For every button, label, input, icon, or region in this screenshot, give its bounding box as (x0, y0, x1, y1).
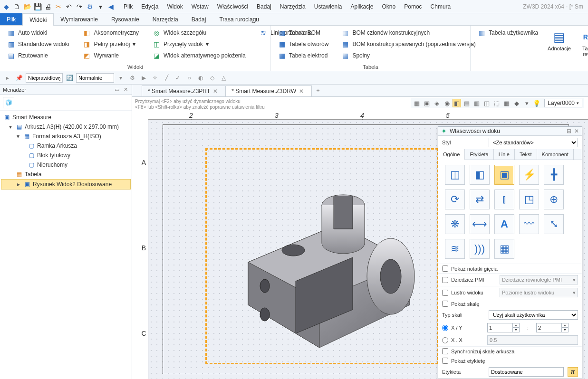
menu-widok[interactable]: Widok (163, 1, 186, 12)
close-icon[interactable]: ✕ (122, 86, 129, 93)
cmd-tabela-elektrod[interactable]: ▦Tabela elektrod (276, 50, 330, 61)
tb-icon[interactable]: ✓ (173, 73, 183, 83)
mode-icon[interactable]: A (494, 214, 514, 234)
mode-icon[interactable]: ⫿ (494, 190, 514, 209)
ribbon-tab-widoki[interactable]: Widoki (22, 13, 54, 26)
mt-icon[interactable]: ▾ (522, 99, 531, 107)
mode-icon[interactable]: 〰 (519, 214, 539, 234)
cmd-przyciety[interactable]: ◫Przycięty widok ▾ (150, 39, 248, 49)
mode-hidden[interactable]: ◧ (470, 165, 490, 185)
tree-view-icon[interactable]: 🧊 (3, 97, 14, 108)
app-icon[interactable]: ◆ (2, 2, 10, 11)
mt-icon[interactable]: ⬚ (492, 99, 501, 107)
cmd-tabela-bom[interactable]: ▦Tabela BOM (276, 28, 330, 38)
menu-wlasciwosci[interactable]: Właściwości (213, 1, 252, 12)
dropdown-icon[interactable]: ▾ (96, 2, 105, 11)
tree-tabela[interactable]: ▦Tabela (1, 170, 131, 179)
spin-down[interactable]: ▼ (562, 328, 569, 332)
mode-icon[interactable]: ⊕ (544, 190, 564, 209)
mode-icon[interactable]: ❋ (445, 214, 465, 234)
mode-wireframe[interactable]: ◫ (445, 165, 465, 185)
pin-icon[interactable]: ⊟ (567, 128, 571, 134)
chk-mirror[interactable]: Lustro widokuPoziome lustro widoku▾ (438, 286, 582, 299)
back-icon[interactable]: ◀ (106, 2, 115, 11)
tree-child[interactable]: ▢Nieruchomy (1, 160, 131, 170)
mode-icon[interactable]: ⟷ (470, 214, 490, 234)
chk-sync-scale[interactable]: Synchronizuj skalę arkusza (438, 346, 582, 356)
tb-icon[interactable]: ▶ (139, 73, 148, 83)
layer-selector[interactable]: Layer0000▾ (544, 99, 582, 107)
tb-icon[interactable]: ⚙ (127, 73, 137, 83)
mode-shaded-edges[interactable]: ⚡ (519, 165, 539, 185)
props-tab-tekst[interactable]: Tekst (515, 149, 537, 160)
ribbon-tab-wymiarowanie[interactable]: Wymiarowanie (54, 13, 105, 25)
mode-icon[interactable]: ≋ (445, 239, 465, 259)
mode-icon[interactable]: ◳ (519, 190, 539, 209)
redo-icon[interactable]: ↷ (75, 2, 84, 11)
bulb-icon[interactable]: 💡 (532, 99, 541, 107)
menu-okno[interactable]: Okno (378, 1, 400, 12)
tb-icon[interactable]: ╱ (162, 73, 171, 83)
tree-selected[interactable]: ▸▣Rysunek Widok2 Dostosowane (1, 179, 131, 190)
collapse-icon[interactable]: ▭ (114, 86, 120, 93)
tree-root[interactable]: ▣Smart Measure (1, 113, 131, 122)
tb-icon[interactable]: ✧ (150, 73, 160, 83)
chk-bend-notes[interactable]: Pokaż notatki gięcia (438, 264, 582, 273)
open-icon[interactable]: 📂 (23, 2, 31, 11)
menu-narzedzia[interactable]: Narzędzia (276, 1, 309, 12)
props-tab-linie[interactable]: Linie (494, 149, 515, 160)
refresh-icon[interactable]: 🔄 (65, 73, 74, 83)
doc-tab-prt[interactable]: * Smart Measure.Z3PRT✕ (142, 85, 226, 96)
cmd-adnotacje[interactable]: ▤Adnotacje (544, 28, 575, 53)
cmd-rzutowanie[interactable]: ▤Rzutowanie (5, 50, 71, 61)
cmd-auto-widoki[interactable]: ▦Auto widoki (5, 28, 71, 38)
cmd-spoiny[interactable]: ▦Spoiny (339, 50, 477, 61)
cmd-bom-czlonow[interactable]: ▦BOM członów konstrukcyjnych (339, 28, 477, 38)
radio-xx[interactable] (442, 337, 448, 343)
mt-icon[interactable]: ◫ (482, 99, 491, 107)
menu-edycja[interactable]: Edycja (137, 1, 162, 12)
close-icon[interactable]: ✕ (213, 88, 218, 95)
xy-val2[interactable]: ▲▼ (536, 323, 569, 332)
menu-badaj[interactable]: Badaj (253, 1, 275, 12)
mt-icon[interactable]: ▤ (463, 99, 471, 107)
menu-aplikacje[interactable]: Aplikacje (347, 1, 377, 12)
mode-icon[interactable]: ⇄ (470, 190, 490, 209)
mode-icon[interactable]: ▦ (494, 239, 514, 259)
spin-down[interactable]: ▼ (513, 328, 520, 332)
tree-child[interactable]: ▢Ramka Arkusza (1, 141, 131, 151)
tb-icon[interactable]: ○ (184, 73, 194, 83)
pin-icon[interactable]: 📌 (14, 73, 24, 83)
chk-show-scale[interactable]: Pokaż skalę (438, 299, 582, 308)
cmd-przekroj[interactable]: ◨Pełny przekrój ▾ (80, 39, 141, 49)
cmd-alternatywne[interactable]: ◪Widok alternatywnego położenia (150, 50, 248, 61)
print-icon[interactable]: 🖨 (44, 2, 52, 11)
cmd-tabela-otworow[interactable]: ▦Tabela otworów (276, 39, 330, 49)
cmd-szczegol[interactable]: ◎Widok szczegółu (150, 28, 248, 38)
new-icon[interactable]: 🗋 (12, 2, 21, 11)
expand-icon[interactable]: ▾ (8, 123, 13, 130)
cmd-bom-spawanych[interactable]: ▦BOM konstrukcji spawanych (poprzednia w… (339, 39, 477, 49)
mt-icon[interactable]: ◈ (433, 99, 441, 107)
fx-button[interactable]: π (568, 367, 578, 377)
expand-icon[interactable]: ▸ (16, 181, 21, 188)
ribbon-tab-badaj[interactable]: Badaj (185, 13, 213, 25)
gear-icon[interactable]: ⚙ (86, 2, 94, 11)
scale-type-select[interactable]: Użyj skali użytkownika (489, 310, 578, 320)
tb-icon[interactable]: ◐ (196, 73, 205, 83)
props-tab-etykieta[interactable]: Etykieta (465, 149, 493, 160)
tb-icon[interactable]: ◇ (207, 73, 217, 83)
menu-chmura[interactable]: Chmura (427, 1, 455, 12)
mode-input[interactable] (76, 73, 114, 83)
cmd-tabela-uzytkownika[interactable]: ▦Tabela użytkownika (475, 28, 540, 38)
doc-tab-drw[interactable]: * Smart Measure.Z3DRW✕ (225, 85, 312, 96)
mode-shaded[interactable]: ▣ (494, 165, 514, 185)
chk-show-label[interactable]: Pokaż etykietę (438, 356, 582, 365)
mt-icon[interactable]: ▥ (472, 99, 481, 107)
undo-icon[interactable]: ↶ (65, 2, 73, 11)
props-tab-ogolne[interactable]: Ogólne (438, 149, 465, 160)
menu-ustawienia[interactable]: Ustawienia (310, 1, 346, 12)
dropdown-icon[interactable]: ▾ (116, 73, 125, 83)
tree-format[interactable]: ▾▦Format arkusza A3_H(ISO) (1, 132, 131, 141)
filter-input[interactable] (26, 73, 63, 83)
